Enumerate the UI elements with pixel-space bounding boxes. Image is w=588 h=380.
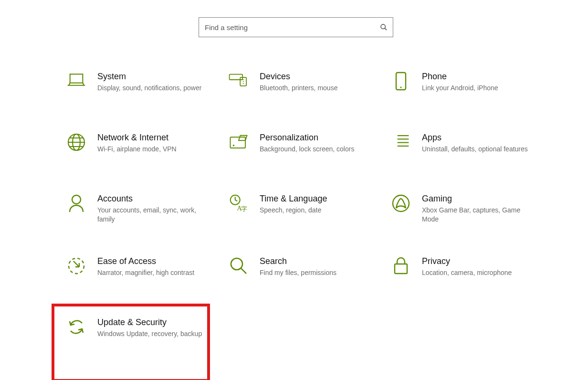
tile-phone[interactable]: Phone Link your Android, iPhone — [376, 62, 538, 109]
tile-title: Privacy — [422, 255, 512, 267]
update-icon — [65, 317, 88, 337]
svg-point-18 — [233, 145, 235, 147]
tile-network[interactable]: Network & Internet Wi-Fi, airplane mode,… — [52, 123, 214, 170]
svg-point-11 — [243, 83, 244, 84]
laptop-icon — [65, 72, 88, 88]
tile-title: Update & Security — [97, 317, 202, 328]
tile-system[interactable]: System Display, sound, notifications, po… — [52, 62, 214, 109]
svg-rect-17 — [231, 137, 246, 148]
tile-ease-of-access[interactable]: Ease of Access Narrator, magnifier, high… — [52, 247, 214, 294]
gaming-icon — [389, 194, 412, 213]
tile-title: Time & Language — [260, 193, 327, 204]
settings-home: System Display, sound, notifications, po… — [0, 0, 588, 380]
svg-point-32 — [69, 258, 84, 274]
search-input[interactable] — [199, 18, 375, 37]
devices-icon — [227, 72, 250, 88]
tile-title: System — [97, 71, 201, 82]
apps-icon — [389, 133, 412, 149]
svg-point-27 — [72, 195, 81, 204]
tile-apps[interactable]: Apps Uninstall, defaults, optional featu… — [376, 123, 538, 170]
svg-point-9 — [243, 79, 244, 80]
svg-point-0 — [381, 24, 385, 29]
svg-point-31 — [393, 195, 409, 211]
tile-privacy[interactable]: Privacy Location, camera, microphone — [376, 247, 538, 294]
tile-update-security[interactable]: Update & Security Windows Update, recove… — [52, 308, 214, 355]
tile-title: Phone — [422, 71, 498, 82]
tile-desc: Xbox Game Bar, captures, Game Mode — [422, 206, 532, 224]
tile-title: Apps — [422, 132, 528, 143]
svg-text:字: 字 — [241, 205, 247, 212]
svg-point-10 — [243, 81, 244, 82]
tile-desc: Your accounts, email, sync, work, family — [97, 206, 207, 224]
lock-icon — [389, 256, 412, 275]
svg-rect-2 — [70, 74, 83, 83]
tile-title: Gaming — [422, 193, 532, 204]
personalization-icon — [227, 133, 250, 150]
svg-point-33 — [231, 258, 242, 270]
tile-desc: Narrator, magnifier, high contrast — [97, 268, 194, 277]
tile-search[interactable]: Search Find my files, permissions — [214, 247, 376, 294]
tile-title: Search — [260, 255, 336, 267]
tile-desc: Bluetooth, printers, mouse — [260, 84, 337, 93]
tile-desc: Windows Update, recovery, backup — [97, 329, 202, 338]
tile-accounts[interactable]: Accounts Your accounts, email, sync, wor… — [52, 184, 214, 232]
tile-devices[interactable]: Devices Bluetooth, printers, mouse — [214, 62, 376, 109]
svg-rect-35 — [395, 264, 407, 274]
settings-search[interactable] — [199, 17, 393, 37]
tile-desc: Wi-Fi, airplane mode, VPN — [97, 145, 177, 154]
tile-title: Devices — [260, 71, 337, 82]
tile-desc: Display, sound, notifications, power — [97, 84, 201, 93]
globe-icon — [65, 133, 88, 152]
tile-title: Network & Internet — [97, 132, 177, 143]
tile-personalization[interactable]: Personalization Background, lock screen,… — [214, 123, 376, 170]
settings-grid: System Display, sound, notifications, po… — [52, 62, 538, 355]
tile-desc: Find my files, permissions — [260, 268, 336, 277]
svg-line-1 — [385, 28, 387, 30]
tile-desc: Speech, region, date — [260, 206, 327, 215]
svg-point-13 — [400, 86, 401, 88]
tile-title: Ease of Access — [97, 255, 194, 267]
tile-title: Accounts — [97, 193, 207, 204]
svg-line-34 — [241, 268, 246, 274]
search-category-icon — [227, 256, 250, 275]
search-icon — [375, 23, 393, 31]
tile-gaming[interactable]: Gaming Xbox Game Bar, captures, Game Mod… — [376, 184, 538, 232]
person-icon — [65, 194, 88, 213]
tile-desc: Uninstall, defaults, optional features — [422, 145, 528, 154]
tile-title: Personalization — [260, 132, 354, 143]
ease-of-access-icon — [65, 256, 88, 275]
tile-desc: Link your Android, iPhone — [422, 84, 498, 93]
tile-time-language[interactable]: A 字 Time & Language Speech, region, date — [214, 184, 376, 232]
tile-desc: Location, camera, microphone — [422, 268, 512, 277]
phone-icon — [389, 72, 412, 91]
tile-desc: Background, lock screen, colors — [260, 145, 354, 154]
time-language-icon: A 字 — [227, 194, 250, 213]
